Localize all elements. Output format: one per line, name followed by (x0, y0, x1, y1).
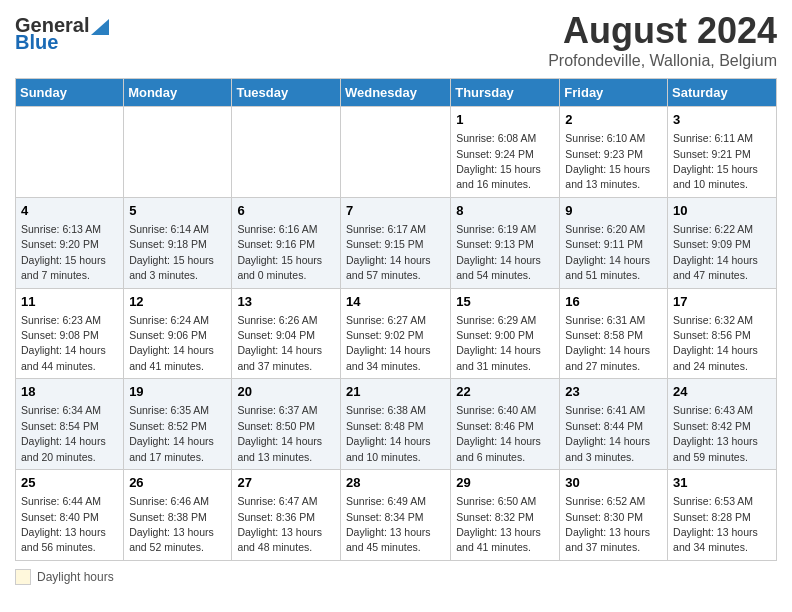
header: General Blue August 2024 Profondeville, … (15, 10, 777, 70)
day-number: 13 (237, 293, 335, 311)
legend-box (15, 569, 31, 585)
day-cell: 12Sunrise: 6:24 AM Sunset: 9:06 PM Dayli… (124, 288, 232, 379)
day-number: 9 (565, 202, 662, 220)
day-number: 12 (129, 293, 226, 311)
day-cell: 7Sunrise: 6:17 AM Sunset: 9:15 PM Daylig… (340, 197, 450, 288)
calendar-table: SundayMondayTuesdayWednesdayThursdayFrid… (15, 78, 777, 561)
day-cell: 25Sunrise: 6:44 AM Sunset: 8:40 PM Dayli… (16, 470, 124, 561)
day-cell: 10Sunrise: 6:22 AM Sunset: 9:09 PM Dayli… (668, 197, 777, 288)
day-cell: 29Sunrise: 6:50 AM Sunset: 8:32 PM Dayli… (451, 470, 560, 561)
day-cell: 4Sunrise: 6:13 AM Sunset: 9:20 PM Daylig… (16, 197, 124, 288)
day-info: Sunrise: 6:52 AM Sunset: 8:30 PM Dayligh… (565, 495, 650, 553)
day-info: Sunrise: 6:46 AM Sunset: 8:38 PM Dayligh… (129, 495, 214, 553)
day-cell: 16Sunrise: 6:31 AM Sunset: 8:58 PM Dayli… (560, 288, 668, 379)
day-info: Sunrise: 6:44 AM Sunset: 8:40 PM Dayligh… (21, 495, 106, 553)
day-cell: 28Sunrise: 6:49 AM Sunset: 8:34 PM Dayli… (340, 470, 450, 561)
day-cell: 14Sunrise: 6:27 AM Sunset: 9:02 PM Dayli… (340, 288, 450, 379)
day-info: Sunrise: 6:41 AM Sunset: 8:44 PM Dayligh… (565, 404, 650, 462)
header-row: SundayMondayTuesdayWednesdayThursdayFrid… (16, 79, 777, 107)
day-cell: 8Sunrise: 6:19 AM Sunset: 9:13 PM Daylig… (451, 197, 560, 288)
day-cell (340, 107, 450, 198)
day-info: Sunrise: 6:13 AM Sunset: 9:20 PM Dayligh… (21, 223, 106, 281)
day-number: 7 (346, 202, 445, 220)
day-cell (124, 107, 232, 198)
day-cell: 9Sunrise: 6:20 AM Sunset: 9:11 PM Daylig… (560, 197, 668, 288)
day-info: Sunrise: 6:35 AM Sunset: 8:52 PM Dayligh… (129, 404, 214, 462)
day-cell: 23Sunrise: 6:41 AM Sunset: 8:44 PM Dayli… (560, 379, 668, 470)
day-info: Sunrise: 6:08 AM Sunset: 9:24 PM Dayligh… (456, 132, 541, 190)
legend: Daylight hours (15, 569, 777, 585)
day-cell: 18Sunrise: 6:34 AM Sunset: 8:54 PM Dayli… (16, 379, 124, 470)
day-cell: 1Sunrise: 6:08 AM Sunset: 9:24 PM Daylig… (451, 107, 560, 198)
col-header-sunday: Sunday (16, 79, 124, 107)
col-header-wednesday: Wednesday (340, 79, 450, 107)
day-info: Sunrise: 6:40 AM Sunset: 8:46 PM Dayligh… (456, 404, 541, 462)
week-row-5: 25Sunrise: 6:44 AM Sunset: 8:40 PM Dayli… (16, 470, 777, 561)
day-number: 17 (673, 293, 771, 311)
legend-label: Daylight hours (37, 570, 114, 584)
day-number: 8 (456, 202, 554, 220)
col-header-thursday: Thursday (451, 79, 560, 107)
day-number: 11 (21, 293, 118, 311)
day-number: 2 (565, 111, 662, 129)
day-cell: 26Sunrise: 6:46 AM Sunset: 8:38 PM Dayli… (124, 470, 232, 561)
day-info: Sunrise: 6:23 AM Sunset: 9:08 PM Dayligh… (21, 314, 106, 372)
day-number: 4 (21, 202, 118, 220)
day-number: 28 (346, 474, 445, 492)
day-cell: 31Sunrise: 6:53 AM Sunset: 8:28 PM Dayli… (668, 470, 777, 561)
day-number: 19 (129, 383, 226, 401)
week-row-2: 4Sunrise: 6:13 AM Sunset: 9:20 PM Daylig… (16, 197, 777, 288)
day-info: Sunrise: 6:11 AM Sunset: 9:21 PM Dayligh… (673, 132, 758, 190)
day-info: Sunrise: 6:31 AM Sunset: 8:58 PM Dayligh… (565, 314, 650, 372)
day-number: 20 (237, 383, 335, 401)
day-info: Sunrise: 6:16 AM Sunset: 9:16 PM Dayligh… (237, 223, 322, 281)
day-info: Sunrise: 6:22 AM Sunset: 9:09 PM Dayligh… (673, 223, 758, 281)
day-cell (232, 107, 341, 198)
day-cell: 30Sunrise: 6:52 AM Sunset: 8:30 PM Dayli… (560, 470, 668, 561)
day-cell: 22Sunrise: 6:40 AM Sunset: 8:46 PM Dayli… (451, 379, 560, 470)
day-info: Sunrise: 6:37 AM Sunset: 8:50 PM Dayligh… (237, 404, 322, 462)
logo: General Blue (15, 10, 109, 54)
logo-icon (91, 19, 109, 35)
day-number: 15 (456, 293, 554, 311)
col-header-tuesday: Tuesday (232, 79, 341, 107)
subtitle: Profondeville, Wallonia, Belgium (548, 52, 777, 70)
logo-blue-text: Blue (15, 31, 58, 54)
day-number: 30 (565, 474, 662, 492)
svg-marker-0 (91, 19, 109, 35)
day-cell: 13Sunrise: 6:26 AM Sunset: 9:04 PM Dayli… (232, 288, 341, 379)
calendar-body: 1Sunrise: 6:08 AM Sunset: 9:24 PM Daylig… (16, 107, 777, 561)
day-number: 10 (673, 202, 771, 220)
day-number: 16 (565, 293, 662, 311)
main-title: August 2024 (548, 10, 777, 52)
day-cell: 17Sunrise: 6:32 AM Sunset: 8:56 PM Dayli… (668, 288, 777, 379)
day-cell: 21Sunrise: 6:38 AM Sunset: 8:48 PM Dayli… (340, 379, 450, 470)
day-cell: 20Sunrise: 6:37 AM Sunset: 8:50 PM Dayli… (232, 379, 341, 470)
day-info: Sunrise: 6:24 AM Sunset: 9:06 PM Dayligh… (129, 314, 214, 372)
day-number: 26 (129, 474, 226, 492)
day-info: Sunrise: 6:38 AM Sunset: 8:48 PM Dayligh… (346, 404, 431, 462)
day-info: Sunrise: 6:17 AM Sunset: 9:15 PM Dayligh… (346, 223, 431, 281)
title-area: August 2024 Profondeville, Wallonia, Bel… (548, 10, 777, 70)
day-info: Sunrise: 6:50 AM Sunset: 8:32 PM Dayligh… (456, 495, 541, 553)
day-info: Sunrise: 6:49 AM Sunset: 8:34 PM Dayligh… (346, 495, 431, 553)
day-info: Sunrise: 6:47 AM Sunset: 8:36 PM Dayligh… (237, 495, 322, 553)
day-cell: 3Sunrise: 6:11 AM Sunset: 9:21 PM Daylig… (668, 107, 777, 198)
day-info: Sunrise: 6:14 AM Sunset: 9:18 PM Dayligh… (129, 223, 214, 281)
day-number: 21 (346, 383, 445, 401)
day-info: Sunrise: 6:43 AM Sunset: 8:42 PM Dayligh… (673, 404, 758, 462)
day-number: 27 (237, 474, 335, 492)
day-info: Sunrise: 6:29 AM Sunset: 9:00 PM Dayligh… (456, 314, 541, 372)
day-number: 23 (565, 383, 662, 401)
day-cell: 11Sunrise: 6:23 AM Sunset: 9:08 PM Dayli… (16, 288, 124, 379)
week-row-1: 1Sunrise: 6:08 AM Sunset: 9:24 PM Daylig… (16, 107, 777, 198)
day-number: 18 (21, 383, 118, 401)
day-cell: 19Sunrise: 6:35 AM Sunset: 8:52 PM Dayli… (124, 379, 232, 470)
day-info: Sunrise: 6:27 AM Sunset: 9:02 PM Dayligh… (346, 314, 431, 372)
day-number: 22 (456, 383, 554, 401)
day-info: Sunrise: 6:10 AM Sunset: 9:23 PM Dayligh… (565, 132, 650, 190)
day-cell: 2Sunrise: 6:10 AM Sunset: 9:23 PM Daylig… (560, 107, 668, 198)
day-info: Sunrise: 6:53 AM Sunset: 8:28 PM Dayligh… (673, 495, 758, 553)
day-number: 31 (673, 474, 771, 492)
calendar-header: SundayMondayTuesdayWednesdayThursdayFrid… (16, 79, 777, 107)
